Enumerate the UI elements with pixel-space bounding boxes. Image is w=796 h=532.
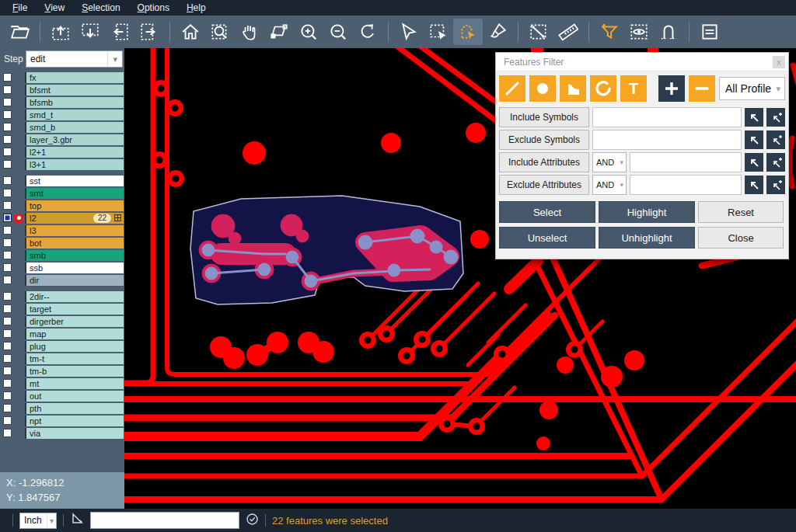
layer-visibility-checkbox[interactable] [3,367,12,375]
layer-row[interactable]: dir [1,274,124,286]
pick-arrow-icon[interactable] [745,176,763,194]
include-symbols-input[interactable] [592,107,742,127]
layer-visibility-checkbox[interactable] [3,85,12,94]
reset-button[interactable]: Reset [698,201,784,223]
layer-row[interactable]: smt [1,187,124,199]
include-attributes-button[interactable]: Include Attributes [499,152,589,172]
layer-visibility-checkbox[interactable] [3,251,12,259]
layer-visibility-checkbox[interactable] [3,160,12,169]
layer-name-chip[interactable]: dir [25,275,124,286]
pick-arrow-add-icon[interactable] [766,153,785,172]
layer-row[interactable]: ssb [1,262,124,273]
layer-name-chip[interactable]: out [25,391,124,402]
unit-select[interactable]: Inch ▾ [19,513,57,529]
layer-row[interactable]: via [1,427,124,439]
pick-arrow-add-icon[interactable] [766,108,785,127]
layer-visibility-checkbox[interactable] [3,391,12,400]
layer-row[interactable]: layer_3.gbr [1,134,124,145]
menu-view[interactable]: View [37,1,72,15]
pick-arrow-icon[interactable] [745,130,763,149]
close-icon[interactable]: x [773,56,785,68]
add-filter-button[interactable] [658,75,685,102]
pick-arrow-add-icon[interactable] [766,176,785,194]
layer-name-chip[interactable]: top [25,200,124,211]
layer-visibility-checkbox[interactable] [3,98,12,106]
layer-visibility-checkbox[interactable] [3,110,12,119]
zoom-in-icon[interactable] [294,19,323,45]
layer-visibility-checkbox[interactable] [3,123,12,131]
corner-ruler-icon[interactable] [70,512,84,529]
layer-name-chip[interactable]: tm-b [25,366,124,377]
layer-visibility-checkbox[interactable] [3,342,12,350]
layer-name-chip[interactable]: via [25,428,124,439]
layer-row[interactable]: l3 [1,224,124,236]
layer-name-chip[interactable]: ssb [25,263,124,273]
menu-file[interactable]: File [5,1,35,15]
home-view-icon[interactable] [176,19,205,45]
layer-row[interactable]: mt [1,377,124,389]
check-circle-icon[interactable] [246,513,259,529]
layer-row[interactable]: l2+1 [1,146,124,158]
layer-row[interactable]: out [1,390,124,402]
layer-name-chip[interactable]: bfsmt [25,85,124,96]
exclude-attributes-input[interactable] [630,175,742,195]
layer-visibility-checkbox[interactable] [3,238,12,247]
layer-name-chip[interactable]: layer_3.gbr [25,134,124,145]
select-button[interactable]: Select [499,201,595,223]
layer-name-chip[interactable]: smd_b [25,122,124,133]
layer-name-chip[interactable]: l3+1 [25,159,124,170]
layer-name-chip[interactable]: map [25,329,124,339]
profile-select[interactable]: All Profile ▾ [719,77,785,100]
layer-visibility-checkbox[interactable] [3,429,12,437]
menu-selection[interactable]: Selection [74,1,127,15]
layer-row[interactable]: map [1,328,124,339]
layer-name-chip[interactable]: bfsmb [25,97,124,108]
layer-visibility-checkbox[interactable] [3,73,12,82]
menu-help[interactable]: Help [179,1,214,15]
layer-name-chip[interactable]: smt [25,188,124,199]
pan-right-icon[interactable] [134,19,164,45]
layer-name-chip[interactable]: fx [25,72,124,83]
zoom-out-icon[interactable] [323,19,353,45]
include-symbols-button[interactable]: Include Symbols [499,107,589,127]
layer-visibility-checkbox[interactable] [3,317,12,325]
zoom-window-icon[interactable] [205,19,235,45]
exclude-symbols-button[interactable]: Exclude Symbols [499,130,589,150]
layer-name-chip[interactable]: npt [25,416,124,426]
layer-row[interactable]: npt [1,415,124,426]
command-input[interactable] [90,512,239,529]
layer-visibility-checkbox[interactable] [3,416,12,425]
layer-name-chip[interactable]: plug [25,341,124,352]
layer-row[interactable]: bot [1,237,124,249]
polygon-select-icon[interactable] [453,19,483,45]
measure-line-icon[interactable] [524,19,553,45]
layer-visibility-checkbox[interactable] [3,354,12,363]
clean-brush-icon[interactable] [483,19,512,45]
layer-row[interactable]: tm-b [1,365,124,377]
close-button[interactable]: Close [698,227,784,249]
layer-row[interactable]: smd_b [1,121,124,133]
layer-name-chip[interactable]: dirgerber [25,316,124,327]
layer-visibility-checkbox[interactable] [3,214,12,222]
surface-feature-button[interactable] [560,75,586,102]
layer-row[interactable]: 2dir-- [1,290,124,302]
line-feature-button[interactable] [499,75,525,102]
layer-visibility-checkbox[interactable] [3,292,12,301]
layer-row[interactable]: smb [1,249,124,261]
text-feature-button[interactable]: T [620,75,647,102]
layer-row[interactable]: bfsmb [1,96,124,108]
layer-name-chip[interactable]: smd_t [25,110,124,120]
menu-options[interactable]: Options [130,1,177,15]
ruler-icon[interactable] [553,19,583,45]
layer-name-chip[interactable]: target [25,304,124,315]
layer-visibility-checkbox[interactable] [3,379,12,388]
unselect-button[interactable]: Unselect [499,227,595,249]
layer-visibility-checkbox[interactable] [3,148,12,156]
exclude-attributes-button[interactable]: Exclude Attributes [499,175,589,195]
layer-row[interactable]: sst [1,175,124,186]
pick-arrow-icon[interactable] [745,153,763,172]
unhighlight-button[interactable]: Unhighlight [599,227,695,249]
layer-name-chip[interactable]: pth [25,403,124,414]
include-attributes-op-select[interactable]: AND ▾ [592,152,627,172]
layer-visibility-checkbox[interactable] [3,176,12,185]
